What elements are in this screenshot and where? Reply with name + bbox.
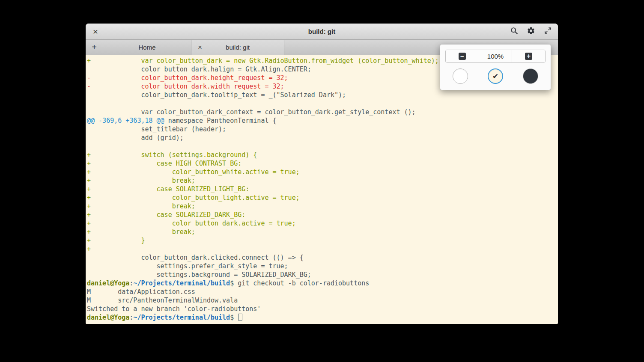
terminal-line: M data/Application.css (87, 288, 558, 296)
search-button[interactable] (510, 27, 519, 36)
terminal-line: add (grid); (87, 134, 558, 142)
terminal-line: set_titlebar (header); (87, 125, 558, 134)
terminal-line: var color_button_dark_context = color_bu… (87, 108, 558, 116)
zoom-out-icon: − (459, 53, 466, 60)
search-icon (510, 27, 518, 36)
zoom-level: 100% (479, 50, 512, 62)
checkmark-icon: ✔ (492, 72, 498, 80)
zoom-level-value: 100% (487, 53, 504, 60)
terminal-line: + break; (87, 176, 558, 185)
settings-button[interactable] (526, 27, 536, 36)
terminal-line: + (87, 245, 558, 253)
terminal-line: daniel@Yoga:~/Projects/terminal/build$ g… (87, 279, 558, 288)
terminal-line: + case SOLARIZED_LIGHT_BG: (87, 185, 558, 193)
theme-selector: ✔ (445, 68, 546, 85)
terminal-window: × build: git + Home (86, 24, 558, 324)
tab-close-button[interactable]: × (198, 44, 202, 51)
window-title: build: git (86, 28, 558, 35)
gear-icon (527, 27, 535, 37)
zoom-in-button[interactable]: + (512, 50, 545, 62)
terminal-line: + case HIGH_CONTRAST_BG: (87, 159, 558, 168)
terminal-line: color_button_dark.clicked.connect (() =>… (87, 253, 558, 262)
terminal-line: + color_button_dark.active = true; (87, 219, 558, 228)
titlebar-actions (510, 27, 558, 36)
titlebar: × build: git (86, 24, 558, 40)
terminal-line: settings.background = SOLARIZED_DARK_BG; (87, 270, 558, 279)
terminal-line: color_button_dark.tooltip_text = _("Sola… (87, 91, 558, 99)
tab-home-label: Home (138, 44, 155, 51)
theme-solarized-light-button[interactable]: ✔ (488, 68, 503, 84)
terminal-line (87, 142, 558, 151)
window-close-button[interactable]: × (90, 27, 101, 36)
desktop-background: { "window": { "title": "build: git", "ti… (0, 0, 644, 362)
terminal-output[interactable]: + var color_button_dark = new Gtk.RadioB… (86, 55, 558, 324)
terminal-line: + color_button_white.active = true; (87, 168, 558, 176)
tab-build-git[interactable]: × build: git (191, 40, 284, 55)
theme-solarized-dark-button[interactable] (523, 68, 538, 84)
terminal-line: M src/PantheonTerminalWindow.vala (87, 296, 558, 305)
new-tab-button[interactable]: + (86, 40, 103, 55)
terminal-cursor (238, 314, 242, 320)
terminal-line: + break; (87, 202, 558, 211)
expand-icon (544, 27, 552, 36)
tab-home[interactable]: Home (103, 40, 191, 55)
terminal-line (87, 99, 558, 108)
terminal-line: + color_button_light.active = true; (87, 193, 558, 202)
terminal-line: daniel@Yoga:~/Projects/terminal/build$ (87, 313, 558, 322)
terminal-line: @@ -369,6 +363,18 @@ namespace PantheonT… (87, 116, 558, 125)
zoom-in-icon: + (525, 53, 532, 60)
terminal-line: settings.prefer_dark_style = true; (87, 262, 558, 270)
terminal-line: + case SOLARIZED_DARK_BG: (87, 211, 558, 219)
terminal-line: + } (87, 236, 558, 245)
fullscreen-button[interactable] (543, 27, 552, 36)
terminal-line: Switched to a new branch 'color-radiobut… (87, 305, 558, 313)
zoom-control: − 100% + (445, 50, 546, 63)
settings-popover: − 100% + ✔ (440, 44, 551, 90)
terminal-line: + switch (settings.background) { (87, 151, 558, 159)
zoom-out-button[interactable]: − (446, 50, 479, 62)
tab-build-git-label: build: git (226, 44, 250, 51)
theme-high-contrast-button[interactable] (453, 68, 468, 84)
terminal-line: + break; (87, 228, 558, 236)
